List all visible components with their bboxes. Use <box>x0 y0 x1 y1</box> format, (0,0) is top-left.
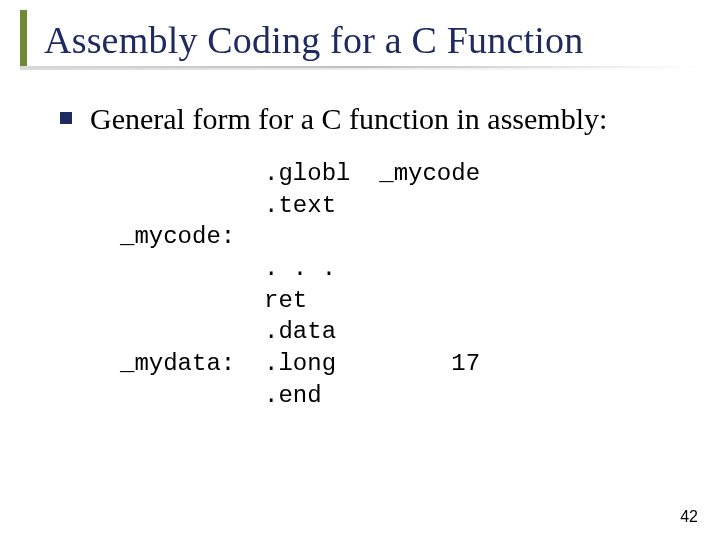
page-number: 42 <box>680 508 698 526</box>
code-line: _mycode: <box>120 223 235 250</box>
code-line: ret <box>120 287 307 314</box>
code-line: .data <box>120 318 336 345</box>
bullet-text: General form for a C function in assembl… <box>90 100 607 138</box>
slide-title: Assembly Coding for a C Function <box>44 18 583 62</box>
bullet-row: General form for a C function in assembl… <box>60 100 700 138</box>
code-line: .end <box>120 382 322 409</box>
slide-body: General form for a C function in assembl… <box>60 100 700 138</box>
code-line: . . . <box>120 255 336 282</box>
title-underline-shadow <box>20 68 700 70</box>
code-line: _mydata: .long 17 <box>120 350 480 377</box>
code-line: .globl _mycode <box>120 160 480 187</box>
assembly-code: .globl _mycode .text _mycode: . . . ret … <box>120 158 480 411</box>
square-bullet-icon <box>60 112 72 124</box>
slide: Assembly Coding for a C Function General… <box>0 0 720 540</box>
accent-bar <box>20 10 27 68</box>
code-line: .text <box>120 192 336 219</box>
